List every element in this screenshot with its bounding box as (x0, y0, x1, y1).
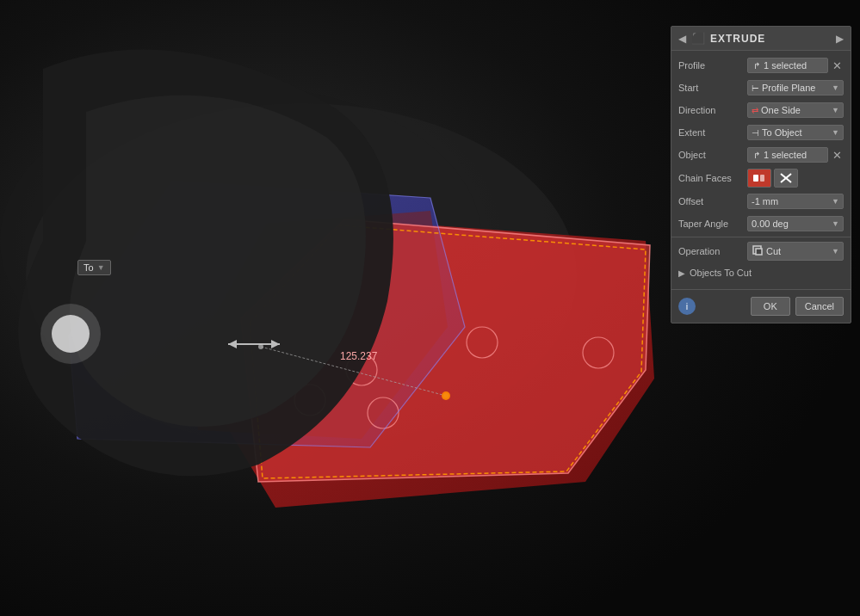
direction-icon: ⇄ (752, 106, 758, 115)
start-dropdown-arrow: ▼ (832, 83, 839, 92)
taper-angle-row: Taper Angle 0.00 deg ▼ (671, 213, 851, 235)
chain-faces-row: Chain Faces (671, 166, 851, 190)
operation-dropdown[interactable]: Cut ▼ (747, 242, 844, 261)
object-row: Object ↱ 1 selected ✕ (671, 144, 851, 166)
extent-label: Extent (678, 127, 747, 138)
floating-input-value: To (84, 262, 94, 273)
direction-label: Direction (678, 105, 747, 115)
object-value: ↱ 1 selected ✕ (747, 147, 844, 163)
taper-angle-dropdown-arrow: ▼ (832, 219, 839, 228)
direction-dropdown[interactable]: ⇄ One Side ▼ (747, 102, 844, 118)
panel-header: ◀ ⬛ EXTRUDE ▶ (671, 27, 851, 51)
start-label: Start (678, 83, 747, 93)
object-selected-text: 1 selected (764, 150, 807, 160)
operation-dropdown-arrow: ▼ (832, 247, 839, 256)
start-dropdown-text: Profile Plane (762, 83, 815, 93)
profile-selected-text: 1 selected (764, 60, 807, 71)
operation-label: Operation (678, 246, 747, 256)
panel-title: EXTRUDE (710, 33, 765, 45)
extent-dropdown[interactable]: ⊣ To Object ▼ (747, 125, 844, 140)
extrude-icon: ⬛ (691, 32, 705, 45)
svg-text:125.237: 125.237 (340, 350, 378, 362)
taper-angle-label: Taper Angle (678, 219, 747, 229)
svg-rect-26 (753, 175, 758, 182)
chain-faces-label: Chain Faces (678, 173, 747, 183)
taper-angle-text: 0.00 deg (752, 219, 789, 229)
floating-input[interactable]: To ▼ (77, 260, 111, 275)
chain-faces-btn-1[interactable] (747, 169, 771, 188)
start-value: ⊢ Profile Plane ▼ (747, 80, 844, 95)
objects-to-cut-row[interactable]: ▶ Objects To Cut (671, 263, 851, 282)
offset-label: Offset (678, 196, 747, 206)
operation-text: Cut (766, 246, 781, 256)
direction-value: ⇄ One Side ▼ (747, 102, 844, 118)
operation-icon (752, 244, 764, 258)
panel-header-left: ◀ ⬛ EXTRUDE (678, 32, 765, 45)
direction-dropdown-arrow: ▼ (832, 106, 839, 114)
object-selected-badge: ↱ 1 selected (747, 147, 828, 163)
profile-value: ↱ 1 selected ✕ (747, 58, 844, 73)
svg-rect-27 (760, 175, 764, 182)
profile-select-icon: ↱ (753, 61, 760, 71)
svg-point-16 (40, 304, 101, 364)
objects-to-cut-arrow: ▶ (678, 268, 685, 278)
direction-row: Direction ⇄ One Side ▼ (671, 99, 851, 121)
offset-value: -1 mm ▼ (747, 194, 844, 209)
start-dropdown[interactable]: ⊢ Profile Plane ▼ (747, 80, 844, 95)
object-clear-button[interactable]: ✕ (831, 149, 844, 162)
object-label: Object (678, 150, 747, 160)
chain-faces-icon-1 (752, 172, 766, 184)
extent-icon: ⊣ (752, 128, 759, 138)
chain-faces-btn-2[interactable] (774, 169, 798, 188)
svg-rect-29 (756, 249, 762, 255)
offset-row: Offset -1 mm ▼ (671, 190, 851, 213)
profile-selected-badge: ↱ 1 selected (747, 58, 828, 73)
panel-expand-right[interactable]: ▶ (836, 33, 844, 45)
offset-text: -1 mm (752, 196, 778, 206)
profile-clear-button[interactable]: ✕ (831, 59, 844, 72)
panel-footer: i OK Cancel (671, 289, 851, 323)
profile-row: Profile ↱ 1 selected ✕ (671, 54, 851, 77)
extrude-panel: ◀ ⬛ EXTRUDE ▶ Profile ↱ 1 selected ✕ Sta… (671, 26, 851, 323)
floating-input-arrow: ▼ (97, 263, 105, 272)
taper-angle-value: 0.00 deg ▼ (747, 216, 844, 231)
extent-row: Extent ⊣ To Object ▼ (671, 121, 851, 144)
chain-faces-icon-2 (779, 172, 793, 184)
objects-to-cut-label: Objects To Cut (690, 268, 752, 278)
operation-row: Operation Cut ▼ (671, 239, 851, 263)
panel-body: Profile ↱ 1 selected ✕ Start ⊢ Profile P… (671, 51, 851, 286)
ok-button[interactable]: OK (751, 297, 790, 316)
operation-value: Cut ▼ (747, 242, 844, 261)
extent-value: ⊣ To Object ▼ (747, 125, 844, 140)
extent-dropdown-text: To Object (762, 127, 801, 138)
divider-1 (671, 237, 851, 237)
panel-collapse-left[interactable]: ◀ (678, 33, 686, 45)
profile-label: Profile (678, 60, 747, 71)
direction-dropdown-text: One Side (761, 105, 801, 115)
extent-dropdown-arrow: ▼ (832, 128, 839, 137)
svg-point-25 (442, 391, 450, 400)
start-icon: ⊢ (752, 83, 759, 93)
taper-angle-dropdown[interactable]: 0.00 deg ▼ (747, 216, 844, 231)
offset-dropdown[interactable]: -1 mm ▼ (747, 194, 844, 209)
chain-faces-buttons (747, 169, 798, 188)
offset-dropdown-arrow: ▼ (832, 197, 839, 206)
info-button[interactable]: i (678, 298, 696, 315)
start-row: Start ⊢ Profile Plane ▼ (671, 77, 851, 99)
object-select-icon: ↱ (753, 151, 760, 160)
cancel-button[interactable]: Cancel (795, 297, 844, 316)
